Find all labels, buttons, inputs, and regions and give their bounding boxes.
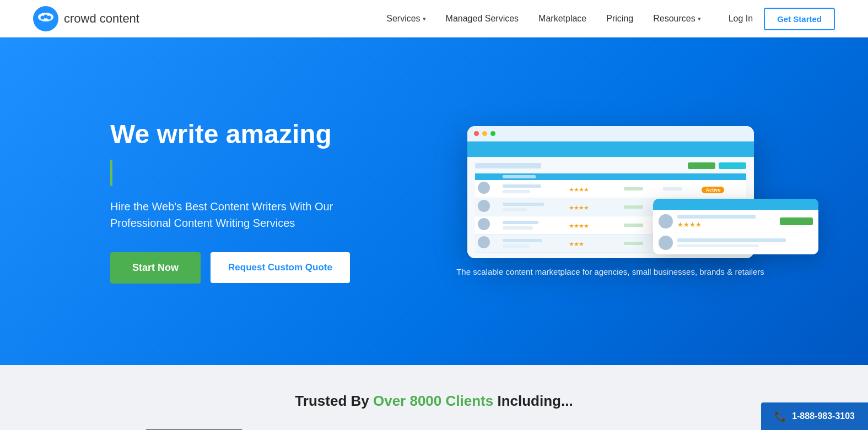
fc-lines-1: ★★★★	[677, 215, 775, 228]
nav-links: Services ▾ Managed Services Marketplace …	[386, 14, 700, 24]
rating-stars: ★★★★	[569, 186, 589, 193]
clients-heading: Trusted By Over 8000 Clients Including..…	[44, 393, 824, 410]
nav-pricing-label: Pricing	[606, 14, 633, 24]
window-dot-green	[490, 131, 495, 136]
hero-caption: The scalable content marketplace for age…	[456, 267, 764, 276]
clients-heading-text2: Including...	[493, 393, 573, 409]
svg-point-9	[48, 16, 50, 18]
hero-headline: We write amazing	[110, 119, 386, 149]
writer-avatar	[478, 200, 490, 212]
writer-avatar	[478, 218, 490, 230]
phone-number: 1-888-983-3103	[792, 411, 855, 421]
nav-managed-label: Managed Services	[446, 14, 519, 24]
hero-subtext: Hire the Web's Best Content Writers With…	[110, 198, 347, 231]
lc-title-bar	[475, 163, 541, 168]
fc-line1	[677, 215, 756, 219]
navbar: crowd content Services ▾ Managed Service…	[0, 0, 868, 37]
fc-avatar-2	[659, 236, 673, 250]
laptop-window-bar	[467, 126, 754, 141]
lc-btn-teal	[719, 162, 746, 169]
get-started-button[interactable]: Get Started	[764, 8, 835, 30]
clients-section: Trusted By Over 8000 Clients Including..…	[0, 365, 868, 430]
lc-action-buttons	[688, 162, 746, 169]
floating-review-card: ★★★★	[653, 199, 818, 254]
table-row: ★★★★ Active	[475, 180, 746, 198]
logo[interactable]: crowd content	[33, 6, 139, 31]
svg-point-8	[45, 15, 47, 17]
fc-action-btn	[780, 217, 813, 225]
phone-icon: 📞	[774, 410, 786, 422]
nav-item-marketplace[interactable]: Marketplace	[538, 14, 586, 24]
fc-sub-line	[677, 244, 759, 247]
fc-row-1: ★★★★	[659, 214, 813, 232]
hero-section: We write amazing Hire the Web's Best Con…	[0, 37, 868, 365]
lc-btn-green	[688, 162, 715, 169]
hero-accent-bar	[110, 160, 112, 186]
chevron-down-icon-2: ▾	[698, 15, 701, 23]
hero-illustration: ★★★★ Active ★★★★ Review	[419, 126, 802, 276]
hero-content: We write amazing Hire the Web's Best Con…	[110, 119, 386, 283]
hero-buttons: Start Now Request Custom Quote	[110, 252, 386, 284]
nav-services-label: Services	[386, 14, 420, 24]
nav-item-services[interactable]: Services ▾	[386, 14, 425, 24]
logo-icon	[33, 6, 58, 31]
clients-heading-highlight: Over 8000 Clients	[373, 393, 493, 409]
custom-quote-button[interactable]: Request Custom Quote	[211, 252, 350, 283]
nav-item-resources[interactable]: Resources ▾	[653, 14, 700, 24]
laptop-toolbar	[467, 141, 754, 157]
phone-banner[interactable]: 📞 1-888-983-3103	[761, 402, 868, 430]
logo-text: crowd content	[64, 12, 139, 26]
nav-marketplace-label: Marketplace	[538, 14, 586, 24]
window-dot-yellow	[482, 131, 487, 136]
nav-item-managed[interactable]: Managed Services	[446, 14, 519, 24]
fc-line2	[677, 238, 786, 242]
login-link[interactable]: Log In	[729, 14, 753, 24]
rating-stars: ★★★★	[569, 204, 589, 211]
fc-lines-2	[677, 238, 813, 247]
fc-stars-1: ★★★★	[677, 221, 775, 228]
rating-stars: ★★★	[569, 241, 584, 247]
start-now-button[interactable]: Start Now	[110, 252, 201, 284]
float-card-bar	[653, 199, 818, 210]
window-dot-red	[474, 131, 479, 136]
nav-resources-label: Resources	[653, 14, 695, 24]
fc-row-2	[659, 236, 813, 250]
clients-heading-text1: Trusted By	[295, 393, 373, 409]
fc-avatar-1	[659, 214, 673, 228]
chevron-down-icon: ▾	[423, 15, 426, 23]
writer-avatar	[478, 236, 490, 248]
status-badge: Active	[702, 187, 724, 193]
rating-stars: ★★★★	[569, 222, 589, 229]
svg-point-7	[42, 16, 44, 18]
nav-auth: Log In Get Started	[729, 8, 835, 30]
writer-avatar	[478, 182, 490, 194]
nav-item-pricing[interactable]: Pricing	[606, 14, 633, 24]
float-card-content: ★★★★	[653, 210, 818, 254]
lc-header-row	[475, 162, 746, 169]
